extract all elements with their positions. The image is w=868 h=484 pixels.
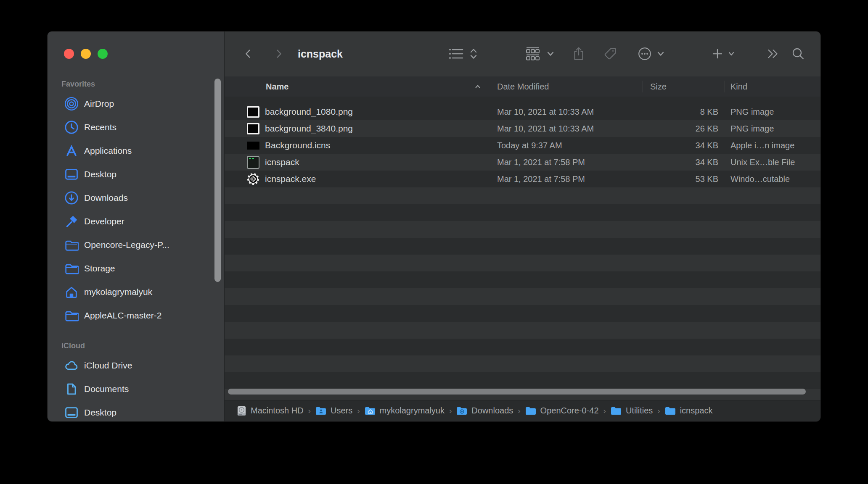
desktop-background: Favorites AirDrop Recents Applications D… xyxy=(0,0,868,484)
desktop-icon xyxy=(64,167,79,182)
list-top-spacer xyxy=(225,97,820,103)
gear-executable-icon xyxy=(247,171,259,187)
icloud-section-label: iCloud xyxy=(61,340,85,351)
folder-home-icon xyxy=(365,406,376,415)
file-name: Background.icns xyxy=(265,137,330,154)
icns-thumbnail-icon xyxy=(247,137,259,154)
file-row-background-1080[interactable]: background_1080.png Mar 10, 2021 at 10:3… xyxy=(225,103,820,120)
column-header-kind[interactable]: Kind xyxy=(730,76,747,97)
downloads-icon xyxy=(64,191,79,205)
folder-user-icon xyxy=(315,406,326,415)
path-item-icnspack[interactable]: icnspack xyxy=(665,406,713,416)
sidebar-item-opencore-legacy[interactable]: Opencore-Legacy-P... xyxy=(53,236,214,254)
file-row-icnspack-exe[interactable]: icnspack.exe Mar 1, 2021 at 7:58 PM 53 K… xyxy=(225,171,820,187)
add-chevron-icon[interactable] xyxy=(728,51,735,56)
sidebar-item-label: Documents xyxy=(84,384,129,394)
document-icon xyxy=(64,382,79,396)
path-separator: › xyxy=(603,406,606,416)
path-item-users[interactable]: Users xyxy=(315,406,352,416)
recents-clock-icon xyxy=(64,120,79,134)
sidebar-item-label: iCloud Drive xyxy=(84,360,132,371)
sidebar-item-applealc[interactable]: AppleALC-master-2 xyxy=(53,306,214,325)
sidebar-item-label: Applications xyxy=(84,146,132,156)
sidebar-item-label: Desktop xyxy=(84,408,116,418)
toolbar-overflow-icon[interactable] xyxy=(767,48,779,59)
sidebar-item-desktop[interactable]: Desktop xyxy=(53,165,214,184)
sidebar-item-recents[interactable]: Recents xyxy=(53,118,214,137)
back-button[interactable] xyxy=(242,47,254,60)
sidebar-item-icloud-drive[interactable]: iCloud Drive xyxy=(53,356,214,375)
sidebar-item-home[interactable]: mykolagrymalyuk xyxy=(53,283,214,301)
horizontal-scrollbar[interactable] xyxy=(228,389,806,395)
file-list: background_1080.png Mar 10, 2021 at 10:3… xyxy=(225,97,820,400)
column-divider[interactable] xyxy=(491,81,491,92)
file-row-background-icns[interactable]: Background.icns Today at 9:37 AM 34 KB A… xyxy=(225,137,820,154)
more-actions-chevron-icon[interactable] xyxy=(657,51,664,57)
folder-icon xyxy=(525,406,536,415)
sidebar-item-developer[interactable]: Developer xyxy=(53,212,214,231)
sidebar-item-label: Desktop xyxy=(84,169,116,179)
sidebar: Favorites AirDrop Recents Applications D… xyxy=(48,32,224,421)
file-kind: Unix Ex…ble File xyxy=(730,154,795,171)
search-icon[interactable] xyxy=(791,47,805,60)
more-actions-icon[interactable] xyxy=(638,47,652,61)
forward-button[interactable] xyxy=(273,47,285,60)
path-item-label: mykolagrymalyuk xyxy=(380,406,445,416)
sidebar-item-label: Downloads xyxy=(84,193,128,203)
add-icon[interactable] xyxy=(712,48,723,59)
view-sort-chevrons-icon[interactable] xyxy=(470,48,477,60)
file-date: Mar 10, 2021 at 10:33 AM xyxy=(497,103,594,120)
column-header-name[interactable]: Name xyxy=(266,76,288,97)
file-name: background_1080.png xyxy=(265,103,353,120)
group-by-icon[interactable] xyxy=(526,47,540,61)
list-empty-stripes xyxy=(225,187,820,400)
sidebar-item-applications[interactable]: Applications xyxy=(53,142,214,160)
file-kind: PNG image xyxy=(730,120,774,137)
home-icon xyxy=(64,285,79,299)
path-item-utilities[interactable]: Utilities xyxy=(611,406,653,416)
zoom-button[interactable] xyxy=(98,49,108,59)
folder-download-icon xyxy=(456,406,467,415)
toolbar: icnspack xyxy=(225,32,820,77)
list-view-icon[interactable] xyxy=(449,47,464,60)
sidebar-item-label: AirDrop xyxy=(84,99,114,109)
path-item-macintosh-hd[interactable]: Macintosh HD xyxy=(237,405,304,416)
file-kind: PNG image xyxy=(730,103,774,120)
file-date: Mar 1, 2021 at 7:58 PM xyxy=(497,154,585,171)
path-item-label: Utilities xyxy=(626,406,653,416)
sidebar-item-storage[interactable]: Storage xyxy=(53,259,214,278)
file-row-icnspack[interactable]: icnspack Mar 1, 2021 at 7:58 PM 34 KB Un… xyxy=(225,154,820,171)
folder-icon xyxy=(64,261,79,276)
png-thumbnail-icon xyxy=(247,103,259,120)
file-date: Mar 1, 2021 at 7:58 PM xyxy=(497,171,585,187)
file-row-background-3840[interactable]: background_3840.png Mar 10, 2021 at 10:3… xyxy=(225,120,820,137)
folder-icon xyxy=(611,406,622,415)
sidebar-item-label: mykolagrymalyuk xyxy=(84,287,152,297)
sidebar-item-airdrop[interactable]: AirDrop xyxy=(53,95,214,113)
sidebar-scrollbar[interactable] xyxy=(214,79,221,282)
path-item-opencore[interactable]: OpenCore-0-42 xyxy=(525,406,599,416)
file-kind: Apple i…n image xyxy=(730,137,794,154)
column-header-size[interactable]: Size xyxy=(650,76,667,97)
harddrive-icon xyxy=(237,405,246,416)
column-divider[interactable] xyxy=(725,81,725,92)
sidebar-item-desktop-icloud[interactable]: Desktop xyxy=(53,403,214,421)
tag-icon[interactable] xyxy=(603,47,617,61)
path-item-label: Users xyxy=(331,406,352,416)
share-icon[interactable] xyxy=(572,46,585,61)
close-button[interactable] xyxy=(64,49,74,59)
path-item-mykolagrymalyuk[interactable]: mykolagrymalyuk xyxy=(365,406,445,416)
file-date: Mar 10, 2021 at 10:33 AM xyxy=(497,120,594,137)
column-header-date-modified[interactable]: Date Modified xyxy=(497,76,549,97)
path-separator: › xyxy=(657,406,660,416)
path-item-label: OpenCore-0-42 xyxy=(540,406,599,416)
sidebar-item-downloads[interactable]: Downloads xyxy=(53,189,214,207)
file-size: 34 KB xyxy=(624,137,718,154)
group-by-chevron-icon[interactable] xyxy=(547,51,554,57)
file-size: 53 KB xyxy=(624,171,718,187)
minimize-button[interactable] xyxy=(81,49,91,59)
path-item-downloads[interactable]: Downloads xyxy=(456,406,513,416)
desktop-icon xyxy=(64,405,79,420)
sidebar-item-documents[interactable]: Documents xyxy=(53,380,214,398)
column-divider[interactable] xyxy=(643,81,643,92)
